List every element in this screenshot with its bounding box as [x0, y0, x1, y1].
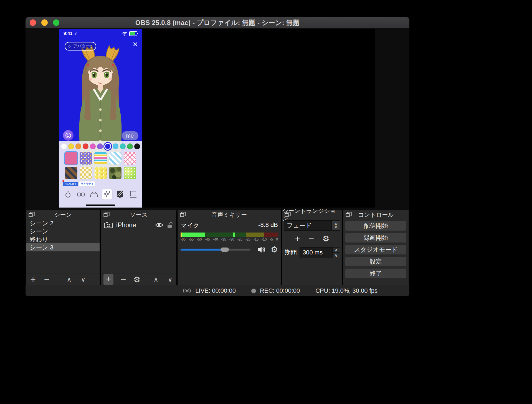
- start-streaming-button[interactable]: 配信開始: [345, 221, 406, 231]
- controls-dock-header[interactable]: コントロール: [343, 210, 409, 219]
- speaker-icon[interactable]: [257, 246, 266, 253]
- scene-up-button[interactable]: ∧: [67, 276, 72, 283]
- pattern-swatch-brown-argyle[interactable]: [65, 167, 77, 179]
- color-swatch[interactable]: [75, 143, 81, 149]
- duration-up-button[interactable]: ∧: [332, 247, 340, 253]
- color-swatch[interactable]: [90, 143, 96, 149]
- color-swatch[interactable]: [134, 143, 140, 149]
- mic-level-db: -8.8 dB: [258, 221, 278, 230]
- scene-item[interactable]: シーン: [26, 227, 100, 235]
- mixer-dock-header[interactable]: 音声ミキサー: [178, 210, 281, 219]
- pattern-swatch-zigzag[interactable]: [94, 152, 107, 165]
- add-scene-button[interactable]: +: [30, 275, 36, 284]
- studio-mode-button[interactable]: スタジオモード: [345, 245, 406, 254]
- pattern-swatch-purple-dots[interactable]: [80, 152, 92, 165]
- start-recording-button[interactable]: 録画開始: [345, 233, 406, 243]
- duration-spinbox[interactable]: 300 ms ∧ ∨: [300, 247, 340, 257]
- pattern-swatch-camouflage[interactable]: [109, 167, 121, 179]
- zoom-window-button[interactable]: [53, 19, 59, 26]
- color-swatch[interactable]: [97, 143, 103, 149]
- duration-value[interactable]: 300 ms: [300, 247, 332, 257]
- remove-source-button[interactable]: −: [121, 275, 126, 284]
- heart-icon: ♡: [68, 44, 71, 49]
- transition-select[interactable]: フェード ∧ ∨: [284, 220, 340, 231]
- save-button[interactable]: 保存: [122, 131, 138, 140]
- broadcast-icon: [183, 287, 191, 294]
- unlock-icon[interactable]: [167, 222, 173, 228]
- volume-handle[interactable]: [221, 248, 229, 252]
- source-up-button[interactable]: ∧: [154, 276, 158, 283]
- cat-ears-icon[interactable]: [89, 189, 99, 200]
- stage-icon[interactable]: [128, 189, 138, 200]
- phone-close-icon[interactable]: ×: [133, 40, 138, 49]
- sources-dock-header[interactable]: ソース: [101, 210, 176, 219]
- transitions-dock-header[interactable]: シーントランジション: [282, 210, 342, 219]
- add-transition-button[interactable]: +: [295, 234, 300, 243]
- dock-icon: [180, 212, 186, 217]
- wifi-icon: [122, 31, 128, 36]
- pattern-swatch-diagonal-stripes[interactable]: [109, 152, 121, 165]
- source-properties-gear-icon[interactable]: ⚙: [133, 275, 140, 284]
- scene-item[interactable]: シーン 2: [26, 219, 100, 227]
- remove-transition-button[interactable]: −: [308, 234, 314, 243]
- sources-toolbar: + − ⚙ ∧ ∨: [101, 274, 176, 285]
- pattern-swatch-green-glitter[interactable]: [124, 167, 136, 179]
- volume-slider[interactable]: [181, 249, 250, 251]
- add-source-button[interactable]: +: [103, 274, 113, 285]
- mixer-dock-title: 音声ミキサー: [212, 211, 247, 219]
- duration-down-button[interactable]: ∨: [332, 253, 340, 258]
- reality-logo-badge: REALITY: [63, 182, 78, 186]
- visibility-eye-icon[interactable]: [155, 222, 163, 228]
- remove-scene-button[interactable]: −: [44, 275, 50, 284]
- transitions-dock: シーントランジション フェード ∧ ∨ + − ⚙: [282, 210, 342, 285]
- scenes-list: シーン 2 シーン 終わり シーン 3: [26, 219, 100, 274]
- program-canvas[interactable]: 9:41: [59, 29, 375, 208]
- controls-dock: コントロール 配信開始 録画開始 スタジオモード 設定 終了: [343, 210, 409, 285]
- scene-down-button[interactable]: ∨: [81, 276, 86, 283]
- color-swatch[interactable]: [104, 143, 111, 150]
- mixer-gear-icon[interactable]: ⚙: [271, 245, 278, 254]
- sources-dock-title: ソース: [130, 211, 148, 219]
- mixer-body: マイク -8.8 dB -60-55 -50-45 -40-35 -30-25 …: [178, 219, 281, 285]
- perfume-icon[interactable]: [63, 189, 73, 200]
- iphone-capture-source[interactable]: 9:41: [59, 29, 142, 208]
- home-indicator: [86, 204, 115, 206]
- close-window-button[interactable]: [30, 19, 36, 26]
- live-time: LIVE: 00:00:00: [195, 287, 236, 294]
- settings-button[interactable]: 設定: [345, 257, 406, 266]
- location-icon: [74, 32, 77, 35]
- scene-item[interactable]: 終わり: [26, 235, 100, 243]
- pattern-swatch-pink-lattice[interactable]: [124, 152, 136, 165]
- source-row[interactable]: iPhone: [101, 219, 176, 230]
- titlebar[interactable]: OBS 25.0.8 (mac) - プロファイル: 無題 - シーン: 無題: [26, 17, 409, 28]
- color-swatch[interactable]: [127, 143, 133, 149]
- transition-gear-icon[interactable]: ⚙: [322, 234, 329, 243]
- color-swatch[interactable]: [61, 143, 67, 149]
- pattern-swatch-checkerboard[interactable]: [80, 167, 92, 179]
- source-down-button[interactable]: ∨: [168, 276, 173, 283]
- window-title: OBS 25.0.8 (mac) - プロファイル: 無題 - シーン: 無題: [135, 18, 300, 27]
- glasses-icon[interactable]: [76, 189, 86, 200]
- color-swatch[interactable]: [83, 143, 88, 149]
- color-swatch[interactable]: [113, 143, 118, 149]
- scenes-dock-header[interactable]: シーン: [26, 210, 100, 219]
- rec-time: REC: 00:00:00: [260, 287, 300, 294]
- transitions-body: フェード ∧ ∨ + − ⚙ 期間 300 ms: [282, 219, 342, 285]
- avatar-name-badge[interactable]: ♡ アバター2: [65, 42, 96, 50]
- scene-item[interactable]: シーン 3: [26, 243, 100, 251]
- source-label: iPhone: [116, 221, 152, 229]
- phone-clock: 9:41: [64, 31, 72, 36]
- exit-button[interactable]: 終了: [345, 269, 406, 278]
- face-tracking-button[interactable]: [63, 130, 74, 141]
- battery-icon: [129, 31, 137, 36]
- minimize-window-button[interactable]: [41, 19, 48, 26]
- color-swatch[interactable]: [68, 143, 74, 149]
- pattern-swatch-triangle-mosaic[interactable]: [94, 167, 107, 179]
- color-swatch[interactable]: [120, 143, 126, 149]
- sources-dock: ソース iPhone: [101, 210, 176, 285]
- pattern-swatch-solid-pink[interactable]: [65, 152, 77, 165]
- combo-arrows-icon[interactable]: ∧ ∨: [331, 220, 340, 231]
- effects-icon[interactable]: [102, 189, 112, 200]
- background-frame-icon[interactable]: [115, 189, 125, 200]
- notification-dot: [62, 180, 64, 182]
